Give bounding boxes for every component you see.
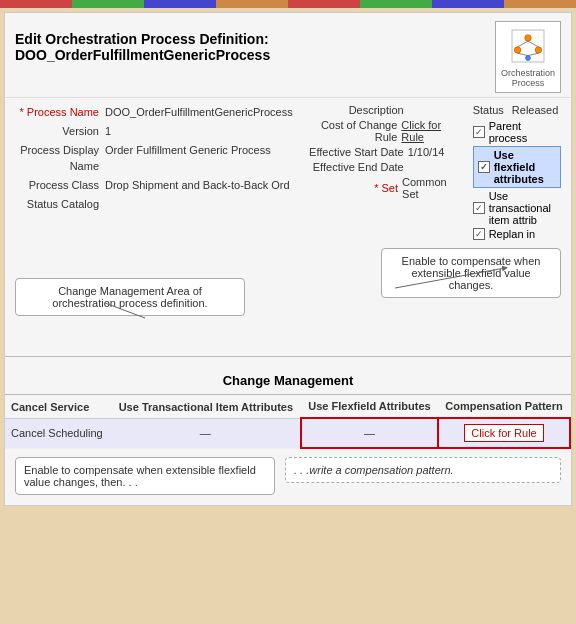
status-value: Released bbox=[512, 104, 558, 116]
display-name-row: Process Display Name Order Fulfillment G… bbox=[15, 142, 293, 174]
svg-point-2 bbox=[514, 47, 520, 53]
cost-change-label: Cost of Change Rule bbox=[303, 119, 402, 143]
right-callout-text: Enable to compensate when extensible fle… bbox=[402, 255, 541, 291]
status-catalog-row: Status Catalog bbox=[15, 196, 293, 212]
table-body: Cancel Scheduling — — Click for Rule bbox=[5, 418, 570, 448]
col-use-flexfield: Use Flexfield Attributes bbox=[301, 395, 438, 418]
page-title-container: Edit Orchestration Process Definition: D… bbox=[15, 21, 495, 63]
process-name-row: * Process Name DOO_OrderFulfillmentGener… bbox=[15, 104, 293, 120]
left-callout-box: Change Management Area of orchestration … bbox=[15, 278, 245, 316]
replan-checkbox[interactable]: ✓ bbox=[473, 228, 485, 240]
bottom-callouts-area: Enable to compensate when extensible fle… bbox=[5, 449, 571, 505]
cancel-service-cell: Cancel Scheduling bbox=[5, 418, 111, 448]
version-label: Version bbox=[15, 123, 105, 139]
replan-label: Replan in bbox=[489, 228, 535, 240]
status-label: Status bbox=[473, 104, 504, 116]
col-use-transactional: Use Transactional Item Attributes bbox=[111, 395, 301, 418]
form-content: * Process Name DOO_OrderFulfillmentGener… bbox=[15, 104, 561, 242]
change-management-section: Change Management Cancel Service Use Tra… bbox=[5, 365, 571, 449]
use-flexfield-row: ✓ Use flexfield attributes bbox=[473, 146, 561, 188]
use-transactional-cell: — bbox=[111, 418, 301, 448]
svg-point-1 bbox=[525, 35, 531, 41]
bottom-left-callout-text: Enable to compensate when extensible fle… bbox=[24, 464, 256, 488]
right-callout-box: Enable to compensate when extensible fle… bbox=[381, 248, 561, 298]
orchestration-svg-icon bbox=[508, 26, 548, 66]
table-header-row: Cancel Service Use Transactional Item At… bbox=[5, 395, 570, 418]
process-class-row: Process Class Drop Shipment and Back-to-… bbox=[15, 177, 293, 193]
svg-point-3 bbox=[535, 47, 541, 53]
bottom-right-callout: . . .write a compensation pattern. bbox=[285, 457, 561, 483]
left-callout-text: Change Management Area of orchestration … bbox=[52, 285, 207, 309]
version-row: Version 1 bbox=[15, 123, 293, 139]
use-transactional-checkbox[interactable]: ✓ bbox=[473, 202, 485, 214]
description-row: Description bbox=[303, 104, 463, 116]
page-title: Edit Orchestration Process Definition: D… bbox=[15, 31, 495, 63]
use-flexfield-label: Use flexfield attributes bbox=[494, 149, 556, 185]
col-compensation: Compensation Pattern bbox=[438, 395, 570, 418]
right-callout-container: Enable to compensate when extensible fle… bbox=[381, 248, 561, 298]
use-flexfield-cell: — bbox=[301, 418, 438, 448]
parent-process-row: ✓ Parent process bbox=[473, 120, 561, 144]
compensation-cell: Click for Rule bbox=[438, 418, 570, 448]
set-row: * Set Common Set bbox=[303, 176, 463, 200]
status-area: Status Released bbox=[473, 104, 561, 116]
eff-start-label: Effective Start Date bbox=[303, 146, 408, 158]
process-class-label: Process Class bbox=[15, 177, 105, 193]
process-class-value: Drop Shipment and Back-to-Back Ord bbox=[105, 177, 293, 193]
use-transactional-label: Use transactional item attrib bbox=[489, 190, 561, 226]
eff-end-label: Effective End Date bbox=[303, 161, 408, 173]
table-row: Cancel Scheduling — — Click for Rule bbox=[5, 418, 570, 448]
main-container: Edit Orchestration Process Definition: D… bbox=[4, 12, 572, 506]
set-label: * Set bbox=[303, 182, 402, 194]
cost-change-row: Cost of Change Rule Click for Rule bbox=[303, 119, 463, 143]
process-name-value: DOO_OrderFulfillmentGenericProcess bbox=[105, 104, 293, 120]
svg-point-4 bbox=[526, 56, 531, 61]
col-cancel-service: Cancel Service bbox=[5, 395, 111, 418]
eff-start-row: Effective Start Date 1/10/14 bbox=[303, 146, 463, 158]
set-value: Common Set bbox=[402, 176, 463, 200]
change-management-header: Change Management bbox=[5, 365, 571, 395]
use-flexfield-checkbox[interactable]: ✓ bbox=[478, 161, 490, 173]
eff-start-value: 1/10/14 bbox=[408, 146, 445, 158]
icon-label: Orchestration Process bbox=[500, 68, 556, 88]
form-right-column: Status Released ✓ Parent process ✓ Use f… bbox=[473, 104, 561, 242]
cost-change-link[interactable]: Click for Rule bbox=[401, 119, 462, 143]
display-name-label: Process Display Name bbox=[15, 142, 105, 174]
main-divider bbox=[5, 356, 571, 357]
status-catalog-label: Status Catalog bbox=[15, 196, 105, 212]
change-management-table: Cancel Service Use Transactional Item At… bbox=[5, 395, 571, 449]
version-value: 1 bbox=[105, 123, 293, 139]
description-label: Description bbox=[303, 104, 408, 116]
top-decorative-bar bbox=[0, 0, 576, 8]
form-area: * Process Name DOO_OrderFulfillmentGener… bbox=[5, 98, 571, 248]
left-callout-container: Change Management Area of orchestration … bbox=[15, 278, 245, 316]
parent-process-checkbox[interactable]: ✓ bbox=[473, 126, 485, 138]
form-left-column: * Process Name DOO_OrderFulfillmentGener… bbox=[15, 104, 293, 242]
use-transactional-row: ✓ Use transactional item attrib bbox=[473, 190, 561, 226]
display-name-value: Order Fulfillment Generic Process bbox=[105, 142, 293, 158]
compensation-click-for-rule-button[interactable]: Click for Rule bbox=[464, 424, 543, 442]
replan-row: ✓ Replan in bbox=[473, 228, 561, 240]
bottom-left-callout: Enable to compensate when extensible fle… bbox=[15, 457, 275, 495]
bottom-right-callout-text: . . .write a compensation pattern. bbox=[294, 464, 454, 476]
callout-area: Enable to compensate when extensible fle… bbox=[15, 248, 561, 348]
form-middle-column: Description Cost of Change Rule Click fo… bbox=[303, 104, 463, 242]
col-use-transactional-text: Use Transactional Item Attributes bbox=[119, 401, 293, 413]
parent-process-label: Parent process bbox=[489, 120, 561, 144]
header-area: Edit Orchestration Process Definition: D… bbox=[5, 13, 571, 98]
process-name-label: * Process Name bbox=[15, 104, 105, 120]
use-flexfield-value: — bbox=[364, 427, 375, 439]
eff-end-row: Effective End Date bbox=[303, 161, 463, 173]
orchestration-process-icon: Orchestration Process bbox=[495, 21, 561, 93]
